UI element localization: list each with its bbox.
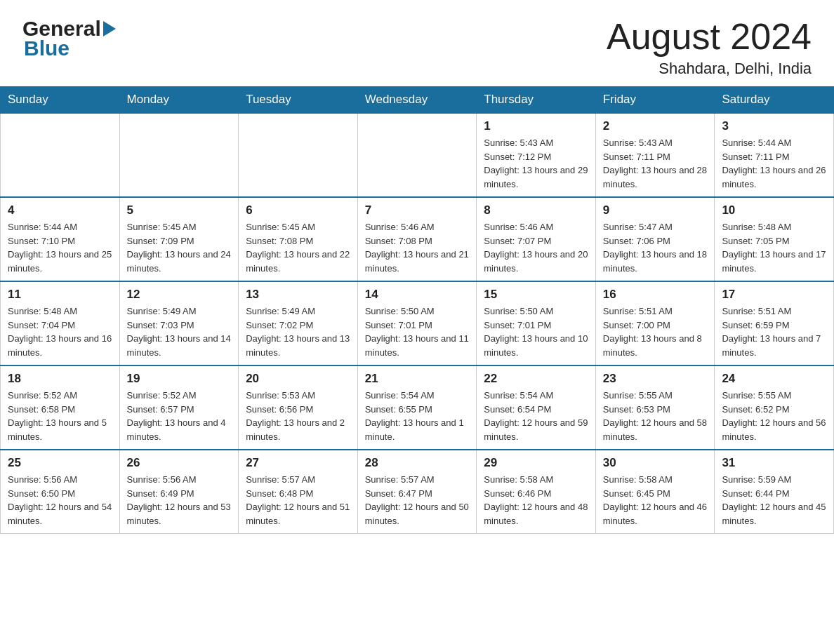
- day-number: 7: [365, 203, 470, 217]
- calendar-cell: 1Sunrise: 5:43 AM Sunset: 7:12 PM Daylig…: [477, 113, 596, 197]
- calendar-cell: 24Sunrise: 5:55 AM Sunset: 6:52 PM Dayli…: [715, 365, 834, 450]
- day-header-saturday: Saturday: [715, 87, 834, 114]
- calendar-cell: 25Sunrise: 5:56 AM Sunset: 6:50 PM Dayli…: [1, 450, 120, 534]
- calendar-cell: 6Sunrise: 5:45 AM Sunset: 7:08 PM Daylig…: [239, 197, 358, 281]
- day-number: 28: [365, 456, 470, 470]
- day-info: Sunrise: 5:55 AM Sunset: 6:52 PM Dayligh…: [722, 389, 826, 443]
- calendar-cell: 30Sunrise: 5:58 AM Sunset: 6:45 PM Dayli…: [595, 450, 715, 534]
- calendar-week-row: 1Sunrise: 5:43 AM Sunset: 7:12 PM Daylig…: [1, 113, 834, 197]
- day-number: 30: [603, 456, 708, 470]
- calendar-cell: 3Sunrise: 5:44 AM Sunset: 7:11 PM Daylig…: [715, 113, 834, 197]
- day-number: 13: [246, 288, 350, 302]
- day-number: 27: [246, 456, 350, 470]
- day-number: 31: [722, 456, 826, 470]
- calendar-cell: 4Sunrise: 5:44 AM Sunset: 7:10 PM Daylig…: [1, 197, 120, 281]
- calendar-cell: 12Sunrise: 5:49 AM Sunset: 7:03 PM Dayli…: [119, 281, 239, 365]
- calendar-cell: [1, 113, 120, 197]
- day-info: Sunrise: 5:43 AM Sunset: 7:11 PM Dayligh…: [603, 136, 708, 191]
- day-number: 11: [8, 288, 112, 302]
- day-info: Sunrise: 5:43 AM Sunset: 7:12 PM Dayligh…: [484, 136, 588, 191]
- calendar-cell: [357, 113, 477, 197]
- day-number: 24: [722, 372, 826, 386]
- day-number: 19: [127, 372, 232, 386]
- day-number: 10: [722, 203, 826, 217]
- day-header-sunday: Sunday: [1, 87, 120, 114]
- month-title: August 2024: [607, 17, 812, 57]
- day-info: Sunrise: 5:48 AM Sunset: 7:05 PM Dayligh…: [722, 220, 826, 275]
- day-info: Sunrise: 5:54 AM Sunset: 6:55 PM Dayligh…: [365, 389, 470, 443]
- day-number: 9: [603, 203, 708, 217]
- day-info: Sunrise: 5:56 AM Sunset: 6:49 PM Dayligh…: [127, 473, 232, 528]
- day-info: Sunrise: 5:58 AM Sunset: 6:45 PM Dayligh…: [603, 473, 708, 528]
- day-header-friday: Friday: [595, 87, 715, 114]
- calendar-header-row: SundayMondayTuesdayWednesdayThursdayFrid…: [1, 87, 834, 114]
- day-number: 21: [365, 372, 470, 386]
- calendar-cell: 22Sunrise: 5:54 AM Sunset: 6:54 PM Dayli…: [477, 365, 596, 450]
- day-number: 17: [722, 288, 826, 302]
- calendar-cell: 15Sunrise: 5:50 AM Sunset: 7:01 PM Dayli…: [477, 281, 596, 365]
- calendar-cell: 27Sunrise: 5:57 AM Sunset: 6:48 PM Dayli…: [239, 450, 358, 534]
- calendar-cell: 9Sunrise: 5:47 AM Sunset: 7:06 PM Daylig…: [595, 197, 715, 281]
- title-block: August 2024 Shahdara, Delhi, India: [607, 17, 812, 78]
- calendar-cell: 16Sunrise: 5:51 AM Sunset: 7:00 PM Dayli…: [595, 281, 715, 365]
- day-info: Sunrise: 5:45 AM Sunset: 7:09 PM Dayligh…: [127, 220, 232, 275]
- calendar-cell: 29Sunrise: 5:58 AM Sunset: 6:46 PM Dayli…: [477, 450, 596, 534]
- calendar-cell: 28Sunrise: 5:57 AM Sunset: 6:47 PM Dayli…: [357, 450, 477, 534]
- calendar-cell: 26Sunrise: 5:56 AM Sunset: 6:49 PM Dayli…: [119, 450, 239, 534]
- day-header-monday: Monday: [119, 87, 239, 114]
- calendar-cell: 18Sunrise: 5:52 AM Sunset: 6:58 PM Dayli…: [1, 365, 120, 450]
- day-info: Sunrise: 5:52 AM Sunset: 6:57 PM Dayligh…: [127, 389, 232, 443]
- day-info: Sunrise: 5:45 AM Sunset: 7:08 PM Dayligh…: [246, 220, 350, 275]
- day-number: 8: [484, 203, 588, 217]
- calendar-cell: 2Sunrise: 5:43 AM Sunset: 7:11 PM Daylig…: [595, 113, 715, 197]
- day-info: Sunrise: 5:56 AM Sunset: 6:50 PM Dayligh…: [8, 473, 112, 528]
- calendar-cell: 8Sunrise: 5:46 AM Sunset: 7:07 PM Daylig…: [477, 197, 596, 281]
- calendar-cell: 14Sunrise: 5:50 AM Sunset: 7:01 PM Dayli…: [357, 281, 477, 365]
- calendar-week-row: 11Sunrise: 5:48 AM Sunset: 7:04 PM Dayli…: [1, 281, 834, 365]
- calendar-cell: [119, 113, 239, 197]
- calendar-cell: 21Sunrise: 5:54 AM Sunset: 6:55 PM Dayli…: [357, 365, 477, 450]
- calendar-cell: 31Sunrise: 5:59 AM Sunset: 6:44 PM Dayli…: [715, 450, 834, 534]
- day-number: 25: [8, 456, 112, 470]
- location: Shahdara, Delhi, India: [607, 60, 812, 78]
- calendar-cell: 23Sunrise: 5:55 AM Sunset: 6:53 PM Dayli…: [595, 365, 715, 450]
- calendar-cell: 19Sunrise: 5:52 AM Sunset: 6:57 PM Dayli…: [119, 365, 239, 450]
- day-info: Sunrise: 5:51 AM Sunset: 6:59 PM Dayligh…: [722, 304, 826, 359]
- calendar-table: SundayMondayTuesdayWednesdayThursdayFrid…: [0, 86, 834, 534]
- calendar-cell: [239, 113, 358, 197]
- calendar-cell: 11Sunrise: 5:48 AM Sunset: 7:04 PM Dayli…: [1, 281, 120, 365]
- day-number: 20: [246, 372, 350, 386]
- day-info: Sunrise: 5:57 AM Sunset: 6:47 PM Dayligh…: [365, 473, 470, 528]
- day-info: Sunrise: 5:59 AM Sunset: 6:44 PM Dayligh…: [722, 473, 826, 528]
- calendar-cell: 7Sunrise: 5:46 AM Sunset: 7:08 PM Daylig…: [357, 197, 477, 281]
- day-number: 2: [603, 119, 708, 133]
- day-number: 5: [127, 203, 232, 217]
- day-number: 3: [722, 119, 826, 133]
- page-header: General Blue August 2024 Shahdara, Delhi…: [0, 0, 834, 86]
- day-number: 18: [8, 372, 112, 386]
- calendar-week-row: 25Sunrise: 5:56 AM Sunset: 6:50 PM Dayli…: [1, 450, 834, 534]
- day-info: Sunrise: 5:51 AM Sunset: 7:00 PM Dayligh…: [603, 304, 708, 359]
- day-info: Sunrise: 5:46 AM Sunset: 7:08 PM Dayligh…: [365, 220, 470, 275]
- day-info: Sunrise: 5:44 AM Sunset: 7:11 PM Dayligh…: [722, 136, 826, 191]
- day-info: Sunrise: 5:55 AM Sunset: 6:53 PM Dayligh…: [603, 389, 708, 443]
- day-number: 22: [484, 372, 588, 386]
- logo-arrow-icon: [103, 21, 116, 36]
- day-info: Sunrise: 5:46 AM Sunset: 7:07 PM Dayligh…: [484, 220, 588, 275]
- day-number: 1: [484, 119, 588, 133]
- day-number: 12: [127, 288, 232, 302]
- day-info: Sunrise: 5:49 AM Sunset: 7:03 PM Dayligh…: [127, 304, 232, 359]
- day-number: 23: [603, 372, 708, 386]
- day-info: Sunrise: 5:49 AM Sunset: 7:02 PM Dayligh…: [246, 304, 350, 359]
- day-number: 16: [603, 288, 708, 302]
- day-number: 6: [246, 203, 350, 217]
- calendar-cell: 17Sunrise: 5:51 AM Sunset: 6:59 PM Dayli…: [715, 281, 834, 365]
- day-number: 26: [127, 456, 232, 470]
- calendar-week-row: 18Sunrise: 5:52 AM Sunset: 6:58 PM Dayli…: [1, 365, 834, 450]
- day-info: Sunrise: 5:47 AM Sunset: 7:06 PM Dayligh…: [603, 220, 708, 275]
- day-info: Sunrise: 5:54 AM Sunset: 6:54 PM Dayligh…: [484, 389, 588, 443]
- calendar-week-row: 4Sunrise: 5:44 AM Sunset: 7:10 PM Daylig…: [1, 197, 834, 281]
- logo-blue-text: Blue: [24, 36, 116, 60]
- day-number: 15: [484, 288, 588, 302]
- day-header-thursday: Thursday: [477, 87, 596, 114]
